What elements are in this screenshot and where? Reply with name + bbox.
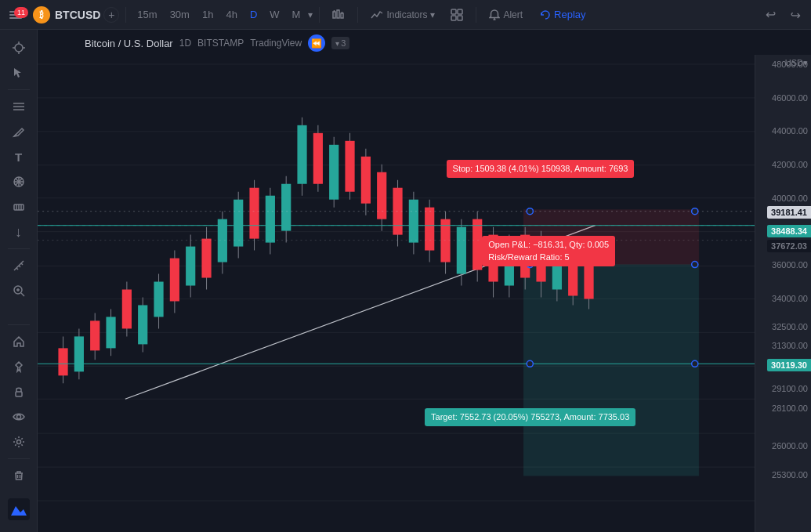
cursor-tool[interactable] [5,61,33,85]
svg-rect-70 [74,336,84,371]
zoom-tool[interactable] [5,279,33,302]
alert-button[interactable]: Alert [483,6,529,24]
tradingview-logo [5,495,33,526]
price-36000: 36000.00 [772,260,808,270]
lines-tool[interactable] [5,95,33,118]
svg-rect-5 [341,13,343,18]
svg-rect-74 [106,317,115,348]
main-layout: T ↓ [0,30,811,532]
redo-button[interactable]: ↩ [784,4,806,26]
lock-tool[interactable] [5,380,33,404]
svg-rect-41 [16,392,22,396]
svg-rect-118 [457,227,466,274]
svg-rect-120 [472,219,482,270]
collapse-button[interactable]: ▾ 3 [331,37,349,49]
svg-point-143 [527,360,533,367]
svg-rect-86 [201,239,211,278]
pnl-line2: Risk/Reward Ratio: 5 [488,252,609,263]
price-axis: USD▾ 48000.00 46000.00 44000.00 42000.00… [755,55,811,532]
settings-tool[interactable] [5,430,33,454]
symbol-selector[interactable]: ₿ BTCUSD [33,6,100,24]
svg-point-15 [15,44,23,52]
chart-area[interactable]: Stop: 1509.38 (4.01%) 150938, Amount: 76… [38,55,755,532]
timeframe-15m[interactable]: 15m [132,6,161,23]
stop-label: Stop: 1509.38 (4.01%) 150938, Amount: 76… [453,164,628,173]
timeframe-group: 15m 30m 1h 4h D W M ▾ [132,6,313,23]
arrow-tool[interactable]: ↓ [5,220,33,244]
indicators-button[interactable]: Indicators ▾ [364,5,441,24]
pnl-annotation: Open P&L: −816.31, Qty: 0.005 Risk/Rewar… [482,236,615,266]
menu-area: 11 [5,4,27,26]
svg-point-43 [16,440,20,444]
divider-2 [319,7,320,23]
price-48000: 48000.00 [772,60,808,69]
price-28100: 28100.00 [772,404,808,413]
target-annotation: Target: 7552.73 (20.05%) 755273, Amount:… [425,408,635,426]
chart-type-button[interactable] [326,5,351,24]
price-30119: 30119.30 [767,359,811,371]
timeframe-D[interactable]: D [245,6,262,23]
timeframe-W[interactable]: W [265,6,284,23]
pen-tool[interactable] [5,120,33,143]
timeframe-30m[interactable]: 30m [165,6,194,23]
home-tool[interactable] [5,330,33,353]
svg-rect-80 [154,282,163,317]
btc-icon: ₿ [33,6,50,24]
timeframe-label: 1D [179,38,191,49]
divider-1 [125,7,126,23]
svg-rect-100 [313,133,323,184]
price-39181: 39181.41 [767,206,811,219]
chart-header: Bitcoin / U.S. Dollar 1D BITSTAMP Tradin… [38,30,811,55]
price-34000: 34000.00 [772,294,808,303]
svg-point-139 [527,208,533,215]
svg-rect-108 [377,172,386,219]
toolbar-divider-4 [8,458,30,459]
svg-rect-94 [266,196,275,243]
crosshair-tool[interactable] [5,36,33,60]
svg-rect-82 [170,259,179,302]
svg-rect-10 [458,9,462,14]
svg-rect-68 [58,348,67,375]
divider-3 [357,7,358,23]
timeframe-1h[interactable]: 1h [197,6,218,23]
replay-button[interactable]: Replay [532,5,593,24]
source-label: TradingView [250,38,302,49]
pnl-line1: Open P&L: −816.31, Qty: 0.005 [488,239,609,251]
svg-rect-12 [458,16,462,20]
svg-rect-72 [90,320,100,350]
toolbar-divider-3 [8,324,30,325]
price-25300: 25300.00 [772,470,808,480]
indicators-chevron: ▾ [430,9,435,20]
text-tool[interactable]: T [5,145,33,168]
patterns-tool[interactable] [5,170,33,194]
layout-button[interactable] [444,5,469,24]
timeframe-more[interactable]: ▾ [308,9,313,20]
svg-rect-92 [249,188,259,239]
chart-svg [38,55,755,532]
svg-rect-84 [186,247,195,286]
svg-rect-76 [122,290,132,329]
alert-label: Alert [503,9,523,20]
eye-tool[interactable] [5,405,33,429]
svg-rect-3 [333,12,335,18]
exchange-label: BITSTAMP [197,38,244,49]
pin-tool[interactable] [5,355,33,378]
timeframe-M[interactable]: M [288,6,306,23]
add-symbol-button[interactable]: + [103,7,119,23]
price-37672: 37672.03 [767,240,811,252]
svg-rect-112 [409,200,418,243]
price-32500: 32500.00 [772,322,808,331]
undo-button[interactable]: ↩ [759,4,781,26]
topbar-right: ↩ ↩ [759,4,806,26]
svg-point-142 [692,262,698,268]
svg-rect-46 [8,498,30,520]
measure-tool[interactable] [5,195,33,219]
svg-rect-4 [337,10,339,18]
ruler-tool[interactable] [5,254,33,277]
timeframe-4h[interactable]: 4h [221,6,241,23]
rewind-button[interactable]: ⏪ [308,34,325,52]
trash-tool[interactable] [5,464,33,487]
svg-line-36 [21,263,23,265]
svg-rect-96 [281,184,291,231]
symbol-name: BTCUSD [55,9,100,21]
